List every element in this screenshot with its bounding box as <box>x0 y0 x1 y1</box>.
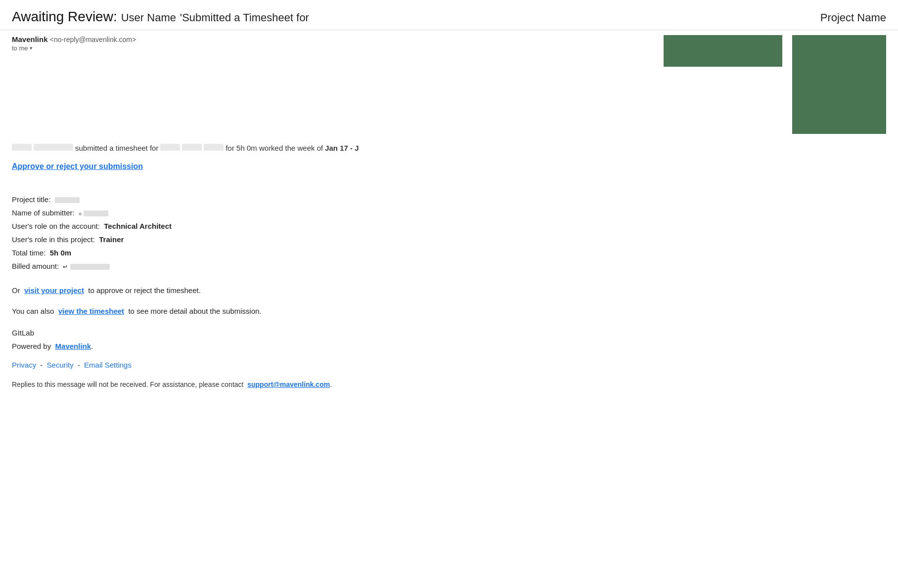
approve-link-container: Approve or reject your submission <box>12 162 680 183</box>
project-title-label: Project title: <box>12 195 50 204</box>
email-body: submitted a timesheet for for 5h 0m work… <box>0 134 692 400</box>
sender-email: <no-reply@mavenlink.com> <box>50 36 136 43</box>
reply-notice-suffix: . <box>330 380 332 388</box>
project-title-value <box>55 197 80 203</box>
redacted-project-1 <box>160 144 180 151</box>
powered-prefix: Powered by <box>12 342 51 350</box>
view-timesheet-link[interactable]: view the timesheet <box>58 307 124 315</box>
or-visit-line: Or visit your project to approve or reje… <box>12 285 680 296</box>
total-time-value: 5h 0m <box>50 249 71 257</box>
submitted-prefix: submitted a timesheet for <box>75 144 158 152</box>
billed-amount-value <box>70 264 110 270</box>
powered-by-line: Powered by Mavenlink. <box>12 339 680 353</box>
or-suffix: to approve or reject the timesheet. <box>88 286 201 294</box>
footer-links: Privacy - Security - Email Settings <box>12 361 680 369</box>
submitted-line: submitted a timesheet for for 5h 0m work… <box>12 144 680 152</box>
user-name-label: User Name <box>121 11 176 24</box>
total-time-label: Total time: <box>12 249 45 257</box>
details-section: Project title: Name of submitter: User's… <box>12 193 680 273</box>
security-link[interactable]: Security <box>47 361 74 369</box>
to-me-arrow-icon[interactable]: ▾ <box>30 45 33 51</box>
support-email-link[interactable]: support@mavenlink.com <box>247 380 330 388</box>
redacted-project-3 <box>204 144 224 151</box>
email-subject-header: Awaiting Review: User Name 'Submitted a … <box>0 0 898 30</box>
submitter-name-row: Name of submitter: <box>12 206 680 219</box>
company-section: GItLab Powered by Mavenlink. <box>12 326 680 353</box>
or-prefix: Or <box>12 286 20 294</box>
to-me-line: to me ▾ <box>12 44 136 52</box>
email-meta-row: Mavenlink <no-reply@mavenlink.com> to me… <box>0 30 898 134</box>
mavenlink-logo-banner <box>664 35 782 67</box>
submitted-suffix: for 5h 0m worked the week of <box>225 144 323 152</box>
project-name-label: Project Name <box>820 11 886 24</box>
to-label: to me <box>12 44 28 52</box>
privacy-link[interactable]: Privacy <box>12 361 36 369</box>
project-title-row: Project title: <box>12 193 680 206</box>
also-suffix: to see more detail about the submission. <box>128 307 261 315</box>
total-time-row: Total time: 5h 0m <box>12 246 680 259</box>
redacted-project-2 <box>182 144 202 151</box>
approve-reject-link[interactable]: Approve or reject your submission <box>12 162 143 171</box>
redacted-user-name <box>34 144 73 151</box>
sender-name: Mavenlink <box>12 35 48 43</box>
footer-separator-2: - <box>78 361 80 369</box>
billed-currency-icon: ↵ <box>63 263 68 270</box>
also-prefix: You can also <box>12 307 54 315</box>
also-view-line: You can also view the timesheet to see m… <box>12 305 680 317</box>
mavenlink-link[interactable]: Mavenlink <box>55 342 91 350</box>
email-settings-link[interactable]: Email Settings <box>84 361 132 369</box>
role-project-row: User's role in this project: Trainer <box>12 233 680 246</box>
powered-suffix: . <box>91 342 93 350</box>
week-label: Jan 17 - J <box>325 144 359 152</box>
header-images <box>664 35 886 134</box>
footer-separator-1: - <box>40 361 43 369</box>
role-project-label: User's role in this project: <box>12 235 95 244</box>
billed-amount-row: Billed amount: ↵ <box>12 259 680 273</box>
role-project-value: Trainer <box>99 235 124 244</box>
awaiting-review-label: Awaiting Review: <box>12 9 117 25</box>
sender-info: Mavenlink <no-reply@mavenlink.com> to me… <box>12 35 136 52</box>
company-name: GItLab <box>12 326 680 339</box>
visit-project-link[interactable]: visit your project <box>24 286 84 294</box>
role-account-label: User's role on the account: <box>12 222 100 230</box>
mavenlink-avatar-image <box>792 35 886 134</box>
reply-notice-prefix: Replies to this message will not be rece… <box>12 380 243 388</box>
role-account-row: User's role on the account: Technical Ar… <box>12 219 680 233</box>
billed-amount-label: Billed amount: <box>12 262 59 270</box>
submitter-name-value <box>84 210 108 216</box>
redacted-dot-1 <box>79 212 82 215</box>
submitter-name-label: Name of submitter: <box>12 209 75 217</box>
role-account-value: Technical Architect <box>104 222 172 230</box>
reply-notice: Replies to this message will not be rece… <box>12 379 680 390</box>
submitted-label: 'Submitted a Timesheet for <box>180 11 309 24</box>
redacted-user-avatar <box>12 144 32 151</box>
